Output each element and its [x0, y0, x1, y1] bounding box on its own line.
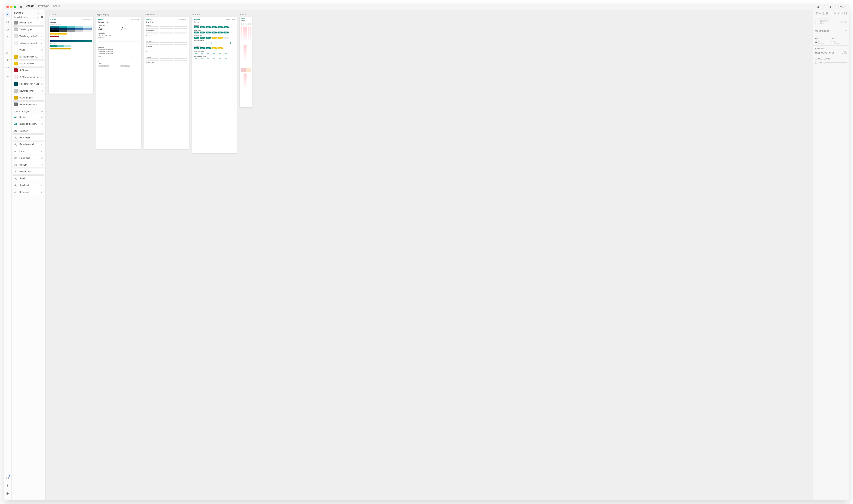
asset-color-row[interactable]: Discount-yellow — [13, 60, 44, 67]
repeat-grid-button[interactable]: Repeat Grid — [815, 19, 831, 25]
maximize-window-button[interactable] — [14, 6, 16, 8]
asset-charstyle-row[interactable]: Ag Button — [13, 114, 44, 120]
height-input[interactable] — [818, 41, 824, 44]
plugins-panel-button[interactable] — [5, 491, 10, 496]
distribute-h-icon[interactable] — [844, 12, 847, 15]
tool-artboard[interactable] — [5, 66, 10, 70]
align-top-icon[interactable] — [815, 12, 818, 15]
device-preview-icon[interactable] — [823, 5, 826, 8]
align-vcenter-icon[interactable] — [819, 12, 822, 15]
edit-icon[interactable] — [41, 96, 43, 99]
profile-icon[interactable] — [817, 5, 820, 8]
asset-color-row[interactable]: Tailwind-grey — [13, 26, 44, 32]
artboard-label[interactable]: Layout — [240, 13, 252, 16]
edit-icon[interactable] — [41, 76, 43, 78]
asset-color-row[interactable]: IROP-red — [13, 67, 44, 73]
zoom-level[interactable]: 16.8% — [835, 5, 847, 8]
libraries-panel-button[interactable] — [5, 475, 10, 480]
align-bottom-icon[interactable] — [822, 12, 825, 15]
tool-select[interactable] — [5, 12, 10, 17]
asset-charstyle-row[interactable]: Ag Large — [13, 148, 44, 154]
asset-charstyle-row[interactable]: Ag Button-text-secon… — [13, 121, 44, 127]
tab-prototype[interactable]: Prototype — [38, 4, 49, 10]
tab-design[interactable]: Design — [26, 4, 34, 10]
close-window-button[interactable] — [6, 6, 9, 8]
edit-icon[interactable] — [41, 28, 43, 31]
layers-panel-button[interactable] — [5, 483, 10, 488]
edit-icon[interactable] — [41, 177, 43, 180]
artboard-buttons[interactable]: WESTJETDesign system Buttons AnatomyButt… — [192, 17, 237, 153]
artboard-label[interactable]: Buttons — [192, 13, 237, 16]
asset-charstyle-row[interactable]: Ag Eyebrow — [13, 128, 44, 133]
edit-icon[interactable] — [41, 143, 43, 146]
lock-aspect-icon[interactable] — [827, 37, 829, 39]
align-left-icon[interactable] — [834, 12, 837, 15]
add-asset-icon[interactable] — [41, 12, 43, 15]
tool-line[interactable] — [5, 42, 10, 47]
play-icon[interactable] — [829, 5, 832, 8]
asset-color-row[interactable]: Tailwind-grey-tint-1 — [13, 33, 44, 39]
tool-rectangle[interactable] — [5, 20, 10, 24]
align-right-icon[interactable] — [841, 12, 843, 15]
publish-icon[interactable] — [36, 12, 39, 15]
asset-charstyle-row[interactable]: Ag Medium-italic — [13, 168, 44, 175]
add-op-icon[interactable] — [833, 21, 836, 23]
asset-color-row[interactable]: Rewards-gold — [13, 95, 44, 101]
asset-color-row[interactable]: Rewards-silver — [13, 88, 44, 94]
x-input[interactable] — [834, 37, 841, 40]
tab-share[interactable]: Share — [53, 4, 60, 10]
asset-color-row[interactable]: #003C71 - #017F7C — [13, 81, 44, 87]
edit-icon[interactable] — [41, 103, 43, 106]
align-hcenter-icon[interactable] — [837, 12, 840, 15]
artboard-label[interactable]: Colour — [49, 13, 93, 16]
edit-icon[interactable] — [41, 62, 43, 65]
tool-zoom[interactable] — [5, 73, 10, 78]
edit-icon[interactable] — [41, 90, 43, 92]
edit-icon[interactable] — [41, 130, 43, 132]
assets-search[interactable]: All Assets — [12, 16, 46, 20]
asset-color-row[interactable]: Rewards-platinum — [13, 102, 44, 107]
edit-icon[interactable] — [41, 83, 43, 85]
edit-icon[interactable] — [41, 150, 43, 152]
asset-color-row[interactable]: White — [13, 47, 44, 53]
edit-icon[interactable] — [41, 137, 43, 139]
artboard-typography[interactable]: WESTJETDesign system Typography Font fam… — [97, 17, 141, 149]
edit-icon[interactable] — [41, 123, 43, 125]
y-input[interactable] — [834, 41, 840, 44]
edit-icon[interactable] — [41, 116, 43, 118]
edit-icon[interactable] — [41, 184, 43, 186]
edit-icon[interactable] — [41, 69, 43, 72]
asset-charstyle-row[interactable]: Ag Extra-large-italic — [13, 141, 44, 147]
opacity-slider[interactable] — [823, 62, 847, 62]
edit-icon[interactable] — [41, 164, 43, 166]
asset-color-row[interactable]: Discount-yellow-ho… — [13, 54, 44, 60]
responsive-resize-toggle[interactable] — [842, 51, 847, 54]
asset-color-row[interactable]: Medium-grey — [13, 20, 44, 25]
edit-icon[interactable] — [41, 170, 43, 173]
edit-icon[interactable] — [41, 21, 43, 24]
asset-charstyle-row[interactable]: Ag Body-loose — [13, 189, 44, 195]
home-icon[interactable] — [19, 5, 23, 9]
asset-charstyle-row[interactable]: Ag Small-italic — [13, 182, 44, 188]
tool-polygon[interactable] — [5, 35, 10, 40]
asset-charstyle-row[interactable]: Ag Medium — [13, 162, 44, 168]
asset-charstyle-row[interactable]: Ag Large-italic — [13, 155, 44, 161]
canvas[interactable]: Colour WESTJETDesign system Colour Lorem… — [46, 10, 813, 500]
minimize-window-button[interactable] — [10, 6, 13, 8]
edit-icon[interactable] — [41, 157, 43, 159]
tool-ellipse[interactable] — [5, 27, 10, 32]
artboard-label[interactable]: Text fields — [144, 13, 189, 16]
artboard-textfields[interactable]: WESTJETDesign system Text fields Anatomy… — [144, 17, 189, 149]
edit-icon[interactable] — [41, 191, 43, 193]
tool-pen[interactable] — [5, 50, 10, 55]
distribute-v-icon[interactable] — [825, 12, 829, 15]
subtract-op-icon[interactable] — [837, 21, 839, 23]
edit-icon[interactable] — [41, 56, 43, 58]
edit-icon[interactable] — [41, 49, 43, 51]
edit-icon[interactable] — [41, 35, 43, 37]
asset-charstyle-row[interactable]: Ag Extra-large — [13, 134, 44, 141]
edit-icon[interactable] — [41, 42, 43, 44]
list-view-icon[interactable] — [41, 16, 43, 18]
asset-charstyle-row[interactable]: Ag Small — [13, 175, 44, 181]
artboard-label[interactable]: Typography — [97, 13, 141, 16]
